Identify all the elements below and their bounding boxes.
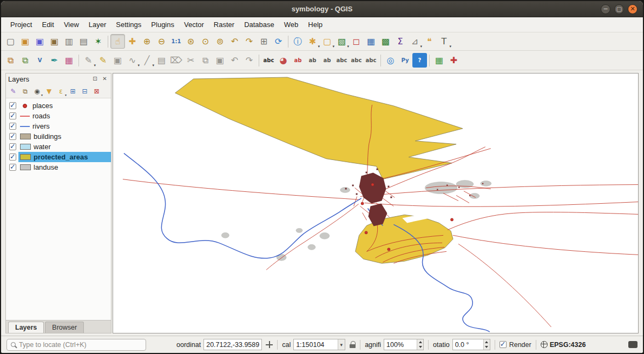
crs-icon[interactable]	[541, 341, 548, 348]
layer-rivers[interactable]: rivers	[9, 121, 111, 131]
messages-icon[interactable]	[628, 341, 638, 348]
pin-labels-icon[interactable]: ab	[305, 53, 320, 68]
menu-vector[interactable]: Vector	[179, 18, 209, 31]
text-annotation-icon[interactable]: T	[437, 34, 451, 49]
expand-all-icon[interactable]: ⊞	[67, 85, 78, 97]
chevron-down-icon[interactable]	[338, 339, 345, 350]
layer-checkbox[interactable]	[9, 143, 16, 150]
manage-map-themes-icon[interactable]: ◉	[31, 85, 43, 97]
metasearch-icon[interactable]: ◎	[383, 53, 398, 68]
layer-buildings[interactable]: buildings	[9, 131, 111, 142]
menu-layer[interactable]: Layer	[84, 18, 111, 31]
layer-row-body[interactable]: water	[18, 142, 111, 152]
pan-to-selection-icon[interactable]: ✚	[125, 34, 140, 49]
help-icon[interactable]: ?	[412, 53, 427, 68]
spin-down-icon[interactable]	[417, 345, 423, 350]
modify-attributes-icon[interactable]: ▤	[154, 53, 169, 68]
redo-icon[interactable]: ↷	[242, 53, 257, 68]
filter-legend-icon[interactable]: ▼	[43, 85, 55, 97]
magnifier-spinbox[interactable]	[384, 339, 424, 350]
vertex-tool-icon[interactable]: ╱	[140, 53, 154, 68]
undo-icon[interactable]: ↶	[227, 53, 242, 68]
minimize-button[interactable]: −	[601, 4, 610, 14]
tab-layers[interactable]: Layers	[8, 322, 44, 333]
scale-combo[interactable]	[293, 339, 345, 350]
menu-web[interactable]: Web	[279, 18, 304, 31]
new-virtual-layer-icon[interactable]: ▦	[62, 53, 76, 68]
layer-row-body[interactable]: buildings	[18, 131, 111, 142]
select-by-expression-icon[interactable]: ▧	[334, 34, 349, 49]
zoom-out-icon[interactable]: ⊖	[154, 34, 169, 49]
layer-landuse[interactable]: landuse	[9, 162, 111, 172]
show-layout-manager-icon[interactable]: ▤	[76, 34, 91, 49]
deselect-features-icon[interactable]: ◻	[349, 34, 364, 49]
refresh-icon[interactable]: ⟳	[271, 34, 286, 49]
zoom-to-layer-icon[interactable]: ⊚	[213, 34, 227, 49]
run-feature-action-icon[interactable]: ✱	[305, 34, 320, 49]
layer-checkbox[interactable]	[9, 102, 16, 109]
quickmap-plugin-icon[interactable]: ▦	[432, 53, 446, 68]
menu-edit[interactable]: Edit	[37, 18, 58, 31]
float-panel-icon[interactable]: ⊡	[91, 75, 99, 83]
scale-input[interactable]	[294, 339, 337, 350]
zoom-last-icon[interactable]: ↶	[227, 34, 242, 49]
menu-database[interactable]: Database	[239, 18, 279, 31]
layer-labeling-icon[interactable]: abc	[261, 53, 276, 68]
close-button[interactable]: ✕	[628, 4, 638, 14]
new-project-icon[interactable]: ▢	[3, 34, 18, 49]
crs-label[interactable]: EPSG:4326	[550, 341, 586, 349]
spinner-arrows[interactable]	[483, 339, 490, 350]
zoom-in-icon[interactable]: ⊕	[140, 34, 154, 49]
spin-up-icon[interactable]	[417, 339, 423, 345]
layer-row-body[interactable]: places	[18, 101, 111, 111]
layer-row-body[interactable]: protected_areas	[18, 152, 111, 162]
layer-checkbox[interactable]	[9, 133, 16, 140]
add-vector-layer-icon[interactable]: ⧉	[18, 53, 32, 68]
render-toggle[interactable]: Render	[500, 341, 531, 349]
layer-roads[interactable]: roads	[9, 111, 111, 121]
layer-row-body[interactable]: landuse	[18, 162, 111, 172]
menu-help[interactable]: Help	[303, 18, 327, 31]
collapse-all-icon[interactable]: ⊟	[79, 85, 90, 97]
digitize-with-segment-icon[interactable]: ∿	[125, 53, 140, 68]
layer-diagrams-icon[interactable]: ◕	[276, 53, 291, 68]
delete-selected-icon[interactable]: ⌦	[169, 53, 183, 68]
rotation-input[interactable]	[453, 339, 484, 350]
close-panel-icon[interactable]: ✕	[101, 75, 109, 83]
new-map-view-icon[interactable]: ⊞	[257, 34, 271, 49]
title-bar[interactable]: symbology - QGIS −▢✕	[1, 1, 643, 17]
menu-view[interactable]: View	[59, 18, 84, 31]
zoom-native-icon[interactable]: 1:1	[169, 34, 183, 49]
toggle-editing-icon[interactable]: ✎	[96, 53, 110, 68]
move-label-icon[interactable]: abc	[334, 53, 349, 68]
layer-places[interactable]: places	[9, 101, 111, 111]
pan-map-icon[interactable]: ☝	[110, 34, 125, 49]
save-project-icon[interactable]: ▣	[32, 34, 47, 49]
save-layer-edits-icon[interactable]: ▣	[110, 53, 125, 68]
tab-browser[interactable]: Browser	[45, 322, 84, 333]
open-layer-styling-icon[interactable]: ✎	[8, 85, 19, 97]
rotate-label-icon[interactable]: abc	[349, 53, 364, 68]
show-hidden-labels-icon[interactable]: ab	[320, 53, 334, 68]
menu-plugins[interactable]: Plugins	[146, 18, 179, 31]
measure-icon[interactable]: ⊿	[408, 34, 422, 49]
layer-row-body[interactable]: rivers	[18, 121, 111, 131]
filter-by-expression-icon[interactable]: ε	[55, 85, 67, 97]
open-field-calculator-icon[interactable]: ▩	[378, 34, 393, 49]
open-attribute-table-icon[interactable]: ▦	[364, 34, 378, 49]
new-geopackage-layer-icon[interactable]: ✒	[47, 53, 62, 68]
new-shapefile-layer-icon[interactable]: V	[32, 53, 47, 68]
select-features-icon[interactable]: ▢	[320, 34, 334, 49]
cut-features-icon[interactable]: ✂	[183, 53, 198, 68]
spin-down-icon[interactable]	[484, 345, 490, 350]
map-canvas[interactable]	[113, 73, 639, 333]
new-print-layout-icon[interactable]: ▥	[62, 34, 76, 49]
rotation-spinbox[interactable]	[452, 339, 490, 350]
layer-checkbox[interactable]	[9, 112, 16, 119]
style-manager-icon[interactable]: ✶	[91, 34, 106, 49]
spinner-arrows[interactable]	[417, 339, 423, 350]
open-project-icon[interactable]: ▣	[18, 34, 32, 49]
layer-row-body[interactable]: roads	[18, 111, 111, 121]
maximize-button[interactable]: ▢	[614, 4, 624, 14]
locate-input[interactable]	[19, 341, 142, 349]
